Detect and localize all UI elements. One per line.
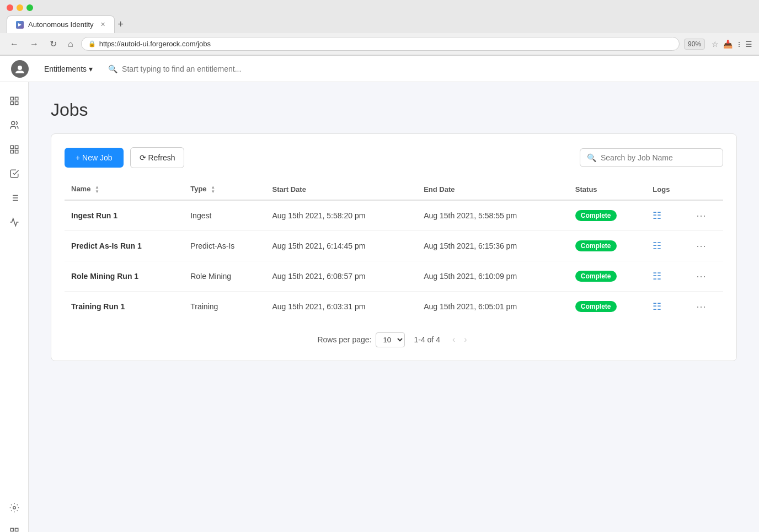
entitlements-label: Entitlements (44, 65, 87, 73)
svg-rect-9 (15, 151, 18, 153)
jobs-table: Name ▲▼ Type ▲▼ Start Date End Date (65, 179, 723, 321)
sidebar-item-analytics[interactable] (4, 212, 24, 232)
tab-favicon (16, 21, 24, 29)
log-icon[interactable]: ☷ (653, 271, 661, 282)
sidebar-item-dashboard[interactable] (4, 91, 24, 111)
cell-logs[interactable]: ☷ (646, 200, 689, 231)
refresh-button[interactable]: ⟳ Refresh (130, 147, 185, 168)
browser-right-icons: 📥 ⫶ ☰ (723, 40, 752, 49)
svg-rect-6 (10, 146, 13, 148)
forward-button[interactable]: → (26, 37, 42, 51)
global-search-input[interactable] (122, 65, 287, 73)
zoom-level: 90% (684, 39, 705, 50)
tab-close-button[interactable]: ✕ (100, 21, 105, 28)
log-icon[interactable]: ☷ (653, 240, 661, 251)
col-type[interactable]: Type ▲▼ (184, 179, 265, 200)
col-end-date: End Date (417, 179, 569, 200)
rows-per-page-select[interactable]: 10 25 50 (376, 332, 405, 347)
svg-rect-3 (10, 102, 13, 105)
job-search-input[interactable] (601, 153, 716, 162)
add-tab-button[interactable]: + (118, 19, 124, 29)
table-row: Predict As-Is Run 1 Predict-As-Is Aug 15… (65, 230, 723, 261)
cell-logs[interactable]: ☷ (646, 261, 689, 291)
cell-logs[interactable]: ☷ (646, 230, 689, 261)
collections-icon[interactable]: ⫶ (737, 40, 741, 49)
refresh-label: ⟳ Refresh (140, 153, 175, 162)
menu-icon[interactable]: ☰ (745, 40, 752, 49)
page-info: 1-4 of 4 (414, 335, 440, 344)
window-close-dot[interactable] (7, 4, 13, 11)
sort-icon-type: ▲▼ (211, 185, 215, 194)
col-logs: Logs (646, 179, 689, 200)
url-display: https://autoid-ui.forgerock.com/jobs (99, 40, 672, 48)
window-maximize-dot[interactable] (26, 4, 33, 11)
sidebar-item-check[interactable] (4, 164, 24, 184)
cell-name: Training Run 1 (65, 291, 184, 321)
more-options-icon[interactable]: ⋯ (696, 240, 707, 251)
prev-page-button[interactable]: ‹ (449, 334, 458, 346)
home-button[interactable]: ⌂ (65, 37, 77, 51)
more-options-icon[interactable]: ⋯ (696, 301, 707, 312)
log-icon[interactable]: ☷ (653, 301, 661, 312)
lock-icon: 🔒 (88, 40, 96, 47)
cell-more[interactable]: ⋯ (689, 230, 723, 261)
entitlements-dropdown[interactable]: Entitlements ▾ (40, 62, 97, 76)
cell-logs[interactable]: ☷ (646, 291, 689, 321)
avatar[interactable] (11, 60, 29, 78)
log-icon[interactable]: ☷ (653, 210, 661, 221)
bookmark-icon[interactable]: ☆ (712, 40, 719, 49)
search-icon: 🔍 (587, 153, 596, 162)
cell-more[interactable]: ⋯ (689, 200, 723, 231)
next-page-button[interactable]: › (461, 334, 470, 346)
more-options-icon[interactable]: ⋯ (696, 271, 707, 282)
col-actions (689, 179, 723, 200)
svg-rect-8 (10, 151, 13, 153)
reload-button[interactable]: ↻ (46, 36, 60, 51)
cell-type: Predict-As-Is (184, 230, 265, 261)
cell-end-date: Aug 15th 2021, 6:10:09 pm (417, 261, 569, 291)
sidebar-item-users[interactable] (4, 115, 24, 135)
col-status: Status (569, 179, 646, 200)
cell-status: Complete (569, 291, 646, 321)
svg-rect-2 (15, 97, 18, 100)
sidebar-item-expand[interactable] (4, 522, 24, 532)
cell-status: Complete (569, 261, 646, 291)
page-nav: ‹ › (449, 334, 471, 346)
chevron-down-icon: ▾ (89, 65, 93, 73)
svg-rect-7 (15, 146, 18, 148)
cell-start-date: Aug 15th 2021, 5:58:20 pm (265, 200, 417, 231)
top-nav: Entitlements ▾ 🔍 (0, 56, 759, 82)
cell-type: Ingest (184, 200, 265, 231)
app-container: Jobs + New Job ⟳ Refresh 🔍 (0, 82, 759, 532)
table-header-row: Name ▲▼ Type ▲▼ Start Date End Date (65, 179, 723, 200)
more-options-icon[interactable]: ⋯ (696, 210, 707, 221)
cell-end-date: Aug 15th 2021, 6:15:36 pm (417, 230, 569, 261)
cell-name: Ingest Run 1 (65, 200, 184, 231)
window-minimize-dot[interactable] (17, 4, 23, 11)
global-search-bar[interactable]: 🔍 (97, 65, 748, 73)
address-bar[interactable]: 🔒 https://autoid-ui.forgerock.com/jobs (81, 37, 680, 51)
browser-tab[interactable]: Autonomous Identity ✕ (7, 15, 115, 33)
cell-more[interactable]: ⋯ (689, 291, 723, 321)
pocket-icon[interactable]: 📥 (723, 40, 733, 49)
col-start-date: Start Date (265, 179, 417, 200)
new-job-button[interactable]: + New Job (65, 148, 124, 168)
jobs-toolbar: + New Job ⟳ Refresh 🔍 (65, 147, 723, 168)
sidebar-item-grid[interactable] (4, 139, 24, 159)
back-button[interactable]: ← (7, 37, 22, 51)
job-search-container[interactable]: 🔍 (580, 148, 723, 167)
sidebar (0, 82, 29, 532)
sidebar-item-settings[interactable] (4, 498, 24, 518)
col-name[interactable]: Name ▲▼ (65, 179, 184, 200)
svg-rect-4 (15, 102, 18, 105)
cell-name: Role Mining Run 1 (65, 261, 184, 291)
sort-icon-name: ▲▼ (95, 185, 99, 194)
svg-point-16 (13, 507, 15, 509)
cell-end-date: Aug 15th 2021, 5:58:55 pm (417, 200, 569, 231)
cell-status: Complete (569, 200, 646, 231)
table-row: Training Run 1 Training Aug 15th 2021, 6… (65, 291, 723, 321)
search-icon: 🔍 (108, 65, 117, 73)
sidebar-item-list[interactable] (4, 188, 24, 208)
cell-more[interactable]: ⋯ (689, 261, 723, 291)
cell-status: Complete (569, 230, 646, 261)
